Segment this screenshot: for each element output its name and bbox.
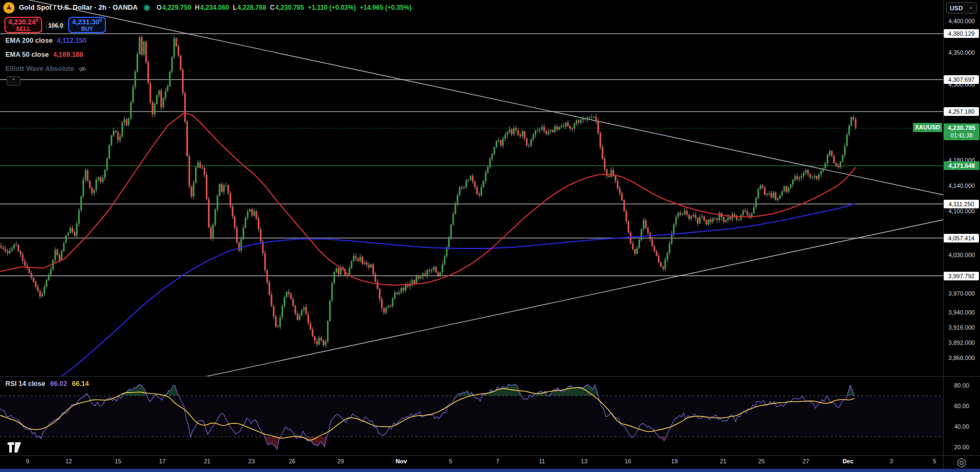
time-axis-label: 29: [330, 458, 352, 464]
time-axis-label: 21: [712, 458, 734, 464]
time-axis-label: Nov: [390, 458, 412, 464]
high-label: H: [195, 4, 200, 11]
price-level-badge: 3,997.792: [944, 272, 979, 280]
open-value: 4,229.750: [162, 4, 191, 11]
chart-header: Gold Spot / U.S. Dollar · 2h · OANDA O4,…: [3, 0, 412, 15]
rsi-ma-value: 66.14: [72, 380, 89, 388]
ohlc-readout: O4,229.750 H4,234.060 L4,228.768 C4,230.…: [157, 4, 412, 11]
time-axis-label: 16: [617, 458, 639, 464]
time-axis[interactable]: 912151721232629Nov5711131619212527Dec35: [0, 455, 943, 469]
price-axis-label: 3,892.000: [944, 339, 979, 347]
time-axis-label: 23: [241, 458, 262, 464]
price-axis-label: 4,030.000: [944, 251, 979, 259]
close-label: C: [270, 4, 275, 11]
rsi-legend[interactable]: RSI 14 close 66.02 66.14: [5, 380, 89, 388]
change-value-2: +14.965 (+0.35%): [360, 4, 412, 11]
price-axis[interactable]: USD ⌄ 4,230.785 01:41:38 4,171.548 4,400…: [943, 0, 980, 472]
sell-button[interactable]: 4,230.240 SELL: [4, 17, 42, 33]
rsi-axis-label: 80.00: [944, 382, 979, 390]
time-axis-label: Dec: [837, 458, 859, 464]
time-axis-label: 3: [880, 458, 902, 464]
time-axis-label: 27: [795, 458, 817, 464]
trading-chart-app: Gold Spot / U.S. Dollar · 2h · OANDA O4,…: [0, 0, 980, 472]
ema200-legend[interactable]: EMA 200 close 4,112.150: [5, 37, 87, 44]
current-price-badge: 4,230.785 01:41:38: [944, 123, 979, 140]
rsi-value: 66.02: [50, 380, 67, 388]
time-axis-label: 19: [664, 458, 685, 464]
time-axis-label: 25: [751, 458, 772, 464]
price-axis-label: 3,868.000: [944, 354, 979, 362]
candle-countdown-timer: 01:41:38: [944, 132, 979, 139]
price-axis-label: 3,970.000: [944, 290, 979, 298]
symbol-title[interactable]: Gold Spot / U.S. Dollar · 2h · OANDA: [19, 4, 138, 11]
price-axis-label: 3,916.000: [944, 324, 979, 332]
ema50-value: 4,169.188: [53, 51, 83, 58]
price-level-badge: 4,111.250: [944, 200, 979, 208]
low-label: L: [233, 4, 236, 11]
sell-price-sup: 0: [36, 17, 38, 23]
rsi-axis-label: 40.00: [944, 423, 979, 431]
ema200-value: 4,112.150: [57, 37, 87, 44]
time-axis-label: 21: [196, 458, 218, 464]
chart-canvas[interactable]: [0, 0, 980, 472]
eye-off-icon[interactable]: [78, 65, 87, 73]
elliott-wave-label: Elliott Wave Absolute: [5, 65, 74, 73]
rsi-label: RSI 14 close: [5, 380, 45, 388]
price-axis-label: 4,400.000: [944, 17, 979, 25]
time-axis-label: 11: [531, 458, 553, 464]
change-value: +1.110 (+0.03%): [308, 4, 356, 11]
time-axis-label: 17: [151, 458, 173, 464]
close-value: 4,230.785: [275, 4, 304, 11]
collapse-panel-button[interactable]: ⌃: [6, 76, 21, 86]
price-level-badge: 4,257.180: [944, 107, 979, 116]
ema50-legend[interactable]: EMA 50 close 4,169.188: [5, 51, 83, 58]
price-level-badge: 4,380.129: [944, 29, 979, 38]
price-axis-label: 4,350.000: [944, 49, 979, 57]
buy-price-sup: 0: [100, 17, 102, 23]
time-axis-label: 13: [573, 458, 595, 464]
gold-coin-icon: [3, 2, 15, 14]
green-level-badge: 4,171.548: [944, 161, 979, 170]
sell-price: 4,230.24: [8, 18, 36, 26]
time-axis-label: 7: [487, 458, 508, 464]
time-axis-label: 9: [17, 458, 38, 464]
rsi-axis-label: 60.00: [944, 402, 979, 410]
current-price-value: 4,230.785: [944, 123, 979, 132]
symbol-price-label: XAUUSD: [913, 123, 942, 132]
time-axis-label: 15: [107, 458, 129, 464]
price-level-badge: 4,057.414: [944, 234, 979, 242]
buy-button[interactable]: 4,231.300 BUY: [68, 17, 106, 33]
ema200-label: EMA 200 close: [5, 37, 52, 44]
chevron-down-icon: ⌄: [969, 4, 973, 10]
high-value: 4,234.060: [200, 4, 229, 11]
time-axis-label: 26: [281, 458, 303, 464]
time-axis-label: 5: [924, 458, 945, 464]
currency-label: USD: [950, 5, 963, 11]
spread-value: 106.0: [45, 21, 66, 30]
buy-label: BUY: [81, 26, 93, 32]
tradingview-logo[interactable]: [8, 441, 22, 456]
price-axis-label: 4,140.000: [944, 182, 979, 190]
rsi-axis-label: 20.00: [944, 443, 979, 451]
low-value: 4,228.768: [237, 4, 266, 11]
open-label: O: [157, 4, 162, 11]
elliott-wave-legend[interactable]: Elliott Wave Absolute: [5, 65, 87, 73]
price-axis-label: 3,940.000: [944, 309, 979, 317]
settings-gear-icon[interactable]: [956, 457, 967, 470]
ema50-label: EMA 50 close: [5, 51, 49, 58]
market-status-icon[interactable]: [143, 4, 150, 11]
buy-price: 4,231.30: [72, 18, 100, 26]
time-axis-label: 5: [440, 458, 461, 464]
currency-dropdown[interactable]: USD ⌄: [946, 2, 977, 14]
time-axis-label: 12: [58, 458, 80, 464]
price-level-badge: 4,307.697: [944, 75, 979, 84]
sell-label: SELL: [16, 26, 31, 32]
